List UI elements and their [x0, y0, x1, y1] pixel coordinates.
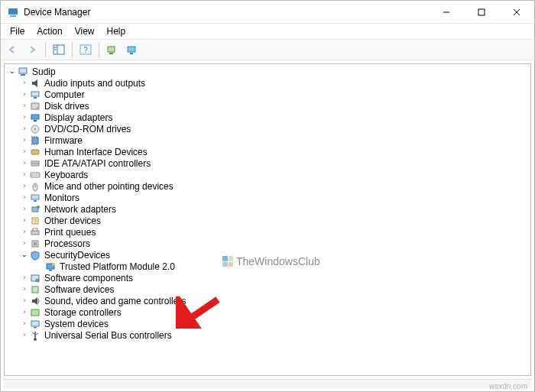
chevron-right-icon[interactable]: › — [20, 332, 29, 339]
menu-action[interactable]: Action — [31, 24, 68, 38]
chevron-right-icon[interactable]: › — [20, 148, 29, 155]
security-icon — [29, 250, 41, 261]
system-icon — [29, 319, 41, 329]
chevron-down-icon[interactable]: ⌄ — [20, 251, 29, 258]
chevron-right-icon[interactable]: › — [20, 91, 29, 98]
chevron-down-icon[interactable]: ⌄ — [8, 68, 17, 75]
tree-item-label: Sound, video and game controllers — [44, 296, 189, 306]
chevron-right-icon[interactable]: › — [20, 217, 29, 224]
svg-rect-19 — [34, 97, 37, 99]
tree-item-keyboard[interactable]: ›Keyboards — [6, 169, 529, 180]
tree-item-tpm[interactable]: Trusted Platform Module 2.0 — [6, 261, 529, 272]
tree-item-usb[interactable]: ›Universal Serial Bus controllers — [6, 329, 529, 341]
tree-item-system[interactable]: ›System devices — [6, 318, 529, 329]
tree-item-computer[interactable]: ›Computer — [6, 89, 529, 100]
menu-help[interactable]: Help — [101, 24, 132, 38]
disk-icon — [29, 101, 41, 112]
tree-item-sound[interactable]: ›Sound, video and game controllers — [6, 295, 529, 306]
tree-item-storage[interactable]: ›Storage controllers — [6, 306, 529, 318]
tree-item-label: IDE ATA/ATAPI controllers — [44, 158, 154, 169]
help-button[interactable]: ? — [77, 41, 94, 58]
chevron-right-icon[interactable]: › — [20, 228, 29, 235]
chevron-right-icon[interactable]: › — [20, 274, 29, 281]
tree-item-label: Computer — [44, 89, 88, 100]
tree-item-security[interactable]: ⌄SecurityDevices — [6, 249, 529, 261]
close-button[interactable] — [499, 1, 534, 23]
svg-rect-61 — [34, 327, 37, 329]
tree-item-audio[interactable]: ›Audio inputs and outputs — [6, 77, 529, 89]
tree-item-label: Keyboards — [44, 170, 91, 180]
swdev-icon — [29, 284, 41, 295]
tree-item-mouse[interactable]: ›Mice and other pointing devices — [6, 180, 529, 192]
tree-item-label: Print queues — [44, 227, 99, 238]
tree-item-dvd[interactable]: ›DVD/CD-ROM drives — [6, 123, 529, 134]
svg-text:?: ? — [34, 218, 37, 225]
menu-file[interactable]: File — [4, 24, 31, 38]
storage-icon — [29, 307, 41, 318]
tree-item-other[interactable]: ›?Other devices — [6, 215, 529, 226]
menu-view[interactable]: View — [69, 24, 101, 38]
chevron-right-icon[interactable]: › — [20, 125, 29, 132]
usb-icon — [29, 330, 41, 341]
svg-rect-58 — [32, 287, 38, 293]
chevron-right-icon[interactable]: › — [20, 102, 29, 109]
svg-rect-38 — [34, 174, 35, 176]
chevron-right-icon[interactable]: › — [20, 286, 29, 293]
chevron-right-icon[interactable]: › — [20, 309, 29, 316]
chevron-right-icon[interactable]: › — [20, 160, 29, 167]
tree-item-swdev[interactable]: ›Software devices — [6, 283, 529, 295]
tree-item-swcomp[interactable]: ›Software components — [6, 272, 529, 283]
network-icon — [29, 204, 41, 215]
display-icon — [29, 112, 41, 123]
tree-item-label: Monitors — [44, 193, 83, 203]
ide-icon — [29, 158, 41, 169]
chevron-right-icon[interactable]: › — [20, 297, 29, 304]
tree-item-cpu[interactable]: ›Processors — [6, 238, 529, 249]
chevron-right-icon[interactable]: › — [20, 206, 29, 212]
tree-item-disk[interactable]: ›Disk drives — [6, 100, 529, 112]
forward-button[interactable] — [24, 41, 41, 58]
scan-hardware-button[interactable] — [104, 41, 121, 58]
chevron-right-icon[interactable]: › — [20, 183, 29, 190]
chip-icon — [29, 135, 41, 146]
maximize-button[interactable] — [464, 1, 499, 23]
tree-item-print[interactable]: ›Print queues — [6, 226, 529, 238]
tree-item-label: Processors — [44, 238, 93, 249]
swcomp-icon — [29, 273, 41, 283]
toolbar-separator — [72, 42, 73, 57]
svg-rect-37 — [31, 174, 33, 176]
tree-item-network[interactable]: ›Network adapters — [6, 203, 529, 215]
show-hide-tree-button[interactable] — [50, 41, 67, 58]
tree-item-hid[interactable]: ›Human Interface Devices — [6, 146, 529, 157]
app-icon — [7, 6, 19, 18]
svg-rect-26 — [32, 138, 38, 144]
titlebar[interactable]: Device Manager — [1, 1, 534, 24]
toolbar-separator — [45, 42, 46, 57]
svg-rect-54 — [49, 270, 52, 271]
devices-and-printers-button[interactable] — [124, 41, 141, 58]
mouse-icon — [29, 181, 41, 192]
toolbar-separator — [99, 42, 99, 57]
tree-item-label: Disk drives — [44, 101, 92, 112]
tree-item-ide[interactable]: ›IDE ATA/ATAPI controllers — [6, 157, 529, 169]
tree-item-label: Display adapters — [44, 112, 115, 123]
svg-rect-13 — [109, 53, 113, 54]
tree-item-root[interactable]: ⌄Sudip — [6, 66, 529, 77]
tree-item-firmware[interactable]: ›Firmware — [6, 134, 529, 146]
chevron-right-icon[interactable]: › — [20, 194, 29, 201]
minimize-button[interactable] — [429, 1, 464, 23]
chevron-right-icon[interactable]: › — [20, 320, 29, 327]
chevron-right-icon[interactable]: › — [20, 79, 29, 86]
chevron-right-icon[interactable]: › — [20, 240, 29, 247]
chevron-right-icon[interactable]: › — [20, 114, 29, 121]
tree-item-monitor[interactable]: ›Monitors — [6, 192, 529, 203]
tree-item-label: Storage controllers — [44, 307, 125, 318]
svg-point-46 — [37, 206, 40, 209]
back-button[interactable] — [4, 41, 21, 58]
client-area: ⌄Sudip›Audio inputs and outputs›Computer… — [1, 60, 534, 391]
svg-rect-12 — [108, 47, 115, 52]
tree-item-display[interactable]: ›Display adapters — [6, 112, 529, 123]
chevron-right-icon[interactable]: › — [20, 137, 29, 144]
device-tree[interactable]: ⌄Sudip›Audio inputs and outputs›Computer… — [4, 63, 531, 376]
chevron-right-icon[interactable]: › — [20, 171, 29, 178]
